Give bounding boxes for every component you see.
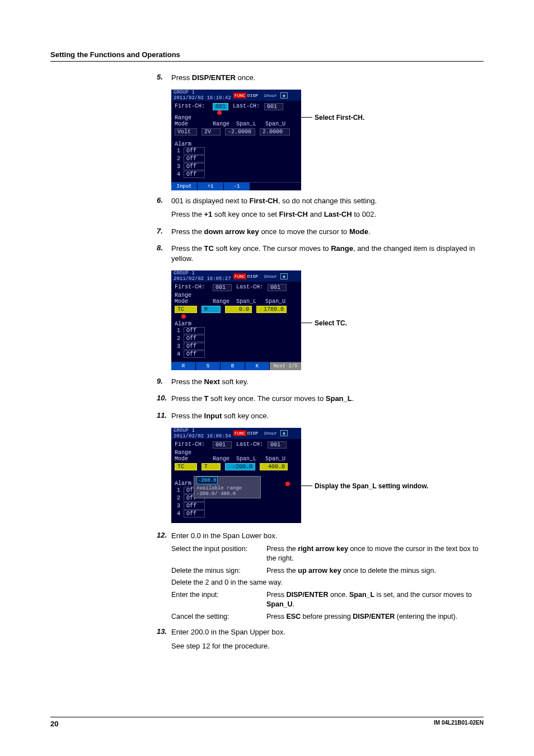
text: . — [368, 227, 371, 236]
first-ch-value[interactable]: 001 — [213, 103, 228, 110]
record-icon: ◉ — [280, 430, 288, 436]
softkey-minus1[interactable]: -1 — [224, 183, 250, 190]
spanu-col: Span_U — [265, 121, 285, 127]
last-ch-value[interactable]: 001 — [268, 284, 287, 291]
hdr-time: 1hour — [264, 93, 277, 98]
text: once. — [328, 591, 349, 599]
range-label: Range — [175, 450, 298, 456]
spanl-value[interactable]: 0.0 — [225, 306, 252, 313]
step-number: 7. — [157, 227, 171, 240]
alarm-value[interactable]: Off — [184, 351, 205, 358]
func-badge: FUNC — [233, 273, 246, 279]
alarm-value[interactable]: Off — [184, 343, 205, 350]
text: Press the — [171, 210, 204, 218]
step-number: 9. — [157, 377, 171, 390]
spanu-value[interactable]: 2.0000 — [260, 128, 290, 136]
alarm-num: 1 — [175, 148, 180, 154]
alarm-num: 3 — [175, 343, 180, 349]
datetime: 2011/02/02 16:05:27 — [174, 276, 231, 282]
text: Press the — [171, 244, 204, 253]
alarm-num: 4 — [175, 351, 180, 357]
text-bold: down arrow key — [204, 227, 259, 236]
alarm-value[interactable]: Off — [184, 502, 205, 510]
alarm-value[interactable]: Off — [184, 163, 205, 170]
text: soft key once. The cursor moves to — [214, 244, 331, 253]
text: is set, and the cursor moves to — [374, 591, 472, 599]
text: and — [308, 210, 324, 218]
text: (entering the input). — [395, 613, 457, 620]
first-ch-label: First-CH: — [175, 441, 208, 449]
alarm-value[interactable]: Off — [184, 327, 205, 334]
range-col: Range — [213, 456, 232, 462]
softkey-s[interactable]: S — [196, 362, 221, 370]
text: before pressing — [301, 613, 353, 620]
step-number: 8. — [157, 244, 171, 267]
text: Press the — [171, 394, 204, 403]
last-ch-label: Last-CH: — [233, 103, 260, 110]
func-badge: FUNC — [233, 430, 246, 436]
range-value[interactable]: 2V — [202, 128, 221, 136]
softkey-next[interactable]: Next 1/5 — [270, 362, 301, 370]
range-value[interactable]: T — [202, 463, 221, 470]
softkey-k[interactable]: K — [245, 362, 270, 370]
step-13: 13. Enter 200.0 in the Span Upper box. S… — [157, 627, 484, 654]
alarm-num: 1 — [175, 328, 180, 334]
disp-label: DISP — [247, 274, 258, 279]
text-bold: First-CH — [249, 197, 278, 205]
first-ch-value[interactable]: 001 — [213, 441, 232, 449]
softkey-plus1[interactable]: +1 — [198, 183, 224, 190]
popup-input[interactable]: -200.0 — [196, 477, 218, 484]
spanl-col: Span_L — [236, 121, 261, 127]
alarm-num: 4 — [175, 511, 180, 517]
text-bold: DISP/ENTER — [286, 591, 328, 599]
spanu-value[interactable]: 400.0 — [260, 463, 288, 470]
callout-line — [301, 117, 312, 118]
text: . — [293, 600, 294, 608]
screenshot-5-row: GROUP 12011/02/02 16:10:42 FUNC DISP 1ho… — [171, 90, 484, 188]
callout-line — [301, 486, 312, 486]
doc-id: IM 04L21B01-02EN — [434, 720, 484, 728]
mode-value[interactable]: TC — [175, 306, 197, 313]
text: once to move the cursor to — [259, 227, 349, 236]
sub-label: Delete the minus sign: — [171, 566, 266, 576]
first-ch-label: First-CH: — [175, 284, 208, 291]
alarm-value[interactable]: Off — [184, 335, 205, 342]
step-8: 8. Press the TC soft key once. The curso… — [157, 244, 484, 267]
text-bold: Span_L — [349, 591, 374, 599]
spanl-value[interactable]: -200.0 — [225, 463, 255, 470]
spanl-value[interactable]: -2.0000 — [225, 128, 255, 136]
softkey-r[interactable]: R — [171, 362, 196, 370]
mode-value[interactable]: TC — [175, 463, 197, 470]
range-col: Range — [213, 121, 232, 127]
last-ch-value[interactable]: 001 — [268, 441, 287, 449]
step-number: 5. — [157, 73, 171, 86]
alarm-value[interactable]: Off — [184, 155, 205, 162]
step-12: 12. Enter 0.0 in the Span Lower box. Sel… — [157, 531, 484, 624]
callout-text: Select TC. — [315, 319, 347, 327]
softkey-input[interactable]: Input — [171, 183, 198, 190]
cursor-indicator — [217, 110, 222, 115]
sub-label: Cancel the setting: — [171, 612, 266, 622]
spanu-value[interactable]: 1760.0 — [256, 306, 287, 313]
hdr-time: 1hour — [264, 274, 277, 279]
softkey-b[interactable]: B — [221, 362, 245, 370]
alarm-value[interactable]: Off — [184, 510, 205, 517]
range-value[interactable]: R — [202, 306, 221, 313]
spanu-col: Span_U — [265, 298, 285, 305]
first-ch-value[interactable]: 001 — [213, 284, 232, 291]
mode-value[interactable]: Volt — [175, 128, 197, 136]
alarm-value[interactable]: Off — [184, 171, 205, 178]
step-number: 11. — [157, 411, 171, 424]
cursor-indicator — [181, 314, 186, 319]
step-5: 5. Press DISP/ENTER once. — [157, 73, 484, 86]
alarm-value[interactable]: Off — [184, 147, 205, 155]
spanu-col: Span_U — [265, 456, 285, 462]
datetime: 2011/02/02 16:10:42 — [174, 95, 231, 101]
alarm-num: 2 — [175, 335, 180, 342]
range-label: Range — [175, 292, 298, 298]
text: Press the — [266, 567, 298, 575]
last-ch-value[interactable]: 001 — [264, 103, 283, 110]
text: 001 is displayed next to — [171, 197, 249, 205]
text: once to delete the minus sign. — [341, 567, 436, 575]
device-screen: GROUP 12011/02/02 16:05:27 FUNC DISP 1ho… — [171, 270, 301, 369]
